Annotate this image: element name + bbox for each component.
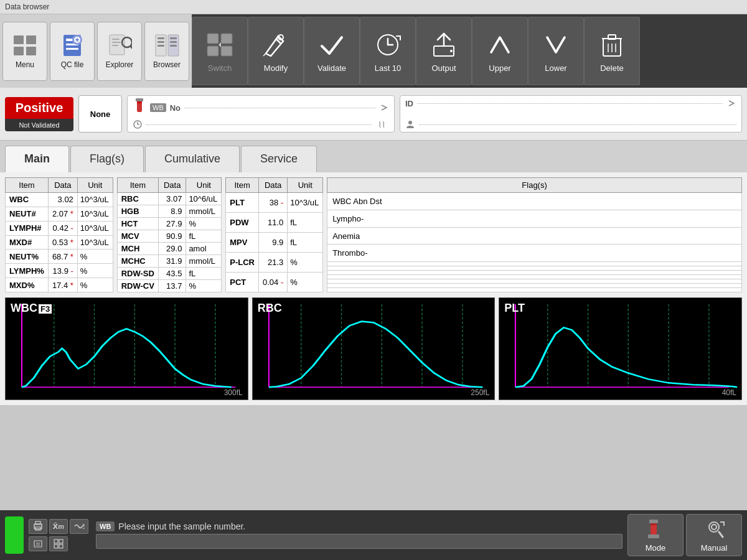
tab-cumulative[interactable]: Cumulative	[145, 146, 240, 172]
list-item	[327, 287, 742, 292]
lower-button[interactable]: Lower	[528, 17, 584, 85]
charts-area: WBCF3 300fL RBC 250fL	[5, 297, 742, 400]
browser-button[interactable]: Browser	[144, 22, 189, 81]
table-row[interactable]: RBC 3.07 10^6/uL	[117, 193, 222, 205]
toolbar-left: Menu QC file	[0, 14, 192, 88]
svg-rect-21	[157, 45, 164, 47]
svg-point-53	[408, 121, 412, 124]
data-cell: 29.0	[158, 243, 186, 255]
table-row[interactable]: PDW 11.0 fL	[226, 213, 323, 233]
table-row[interactable]: MPV 9.9 fL	[226, 233, 323, 253]
wave-button[interactable]	[70, 519, 88, 534]
mode-button[interactable]: Mode	[627, 514, 684, 556]
data-cell: 8.9	[158, 205, 186, 218]
table-row[interactable]: MCH 29.0 amol	[117, 243, 222, 255]
tab-service[interactable]: Service	[241, 146, 317, 172]
table-row[interactable]: RDW-SD 43.5 fL	[117, 268, 222, 280]
modify-label: Modify	[264, 63, 288, 73]
delete-button[interactable]: Delete	[584, 17, 640, 85]
print-button[interactable]	[29, 519, 47, 534]
data-cell: 31.9	[158, 255, 186, 268]
table-row[interactable]: HCT 27.9 %	[117, 218, 222, 230]
table-row[interactable]: LYMPH# 0.42 - 10^3/uL	[6, 221, 113, 235]
unit-cell: 10^3/uL	[77, 193, 113, 207]
data-cell: 3.07	[158, 193, 186, 205]
svg-rect-90	[648, 534, 659, 538]
item-cell: HGB	[117, 205, 158, 218]
status-message-text: Please input the sample number.	[118, 521, 245, 531]
validate-icon	[317, 30, 347, 60]
flag-cell	[327, 266, 742, 271]
item-cell: PCT	[226, 273, 259, 292]
switch-icon	[205, 30, 235, 60]
item-cell: NEUT#	[6, 207, 49, 221]
t2-unit-header: Unit	[186, 178, 222, 193]
table-row[interactable]: MXD% 17.4 * %	[6, 278, 113, 292]
table-row[interactable]: HGB 8.9 mmol/L	[117, 205, 222, 218]
explorer-icon	[107, 33, 132, 58]
table-row[interactable]: WBC 3.02 10^3/uL	[6, 193, 113, 207]
sample-number-input[interactable]	[96, 534, 622, 549]
wbc-chart-unit: 300fL	[224, 388, 243, 397]
list-item	[327, 271, 742, 275]
print2-button[interactable]	[29, 536, 47, 551]
table-row[interactable]: MXD# 0.53 * 10^3/uL	[6, 235, 113, 250]
toolbar-right: Switch Modify Validate	[192, 14, 747, 88]
xm-button[interactable]: X̄m	[49, 519, 68, 534]
svg-text:⌇⌇: ⌇⌇	[378, 120, 385, 129]
table-row[interactable]: NEUT# 2.07 * 10^3/uL	[6, 207, 113, 221]
explorer-button[interactable]: Explorer	[97, 22, 142, 81]
validate-button[interactable]: Validate	[304, 17, 360, 85]
tube-icon	[133, 98, 146, 117]
mode-label: Mode	[646, 543, 666, 553]
patient-type[interactable]: None	[78, 95, 122, 133]
t1-item-header: Item	[6, 178, 49, 193]
list-item: Thrombo-	[327, 245, 742, 262]
svg-point-91	[709, 522, 719, 532]
xm-label: X̄m	[53, 523, 64, 531]
data-cell: 68.7 *	[48, 250, 77, 264]
svg-rect-16	[112, 42, 121, 43]
table-row[interactable]: RDW-CV 13.7 %	[117, 280, 222, 292]
switch-button[interactable]: Switch	[192, 17, 248, 85]
manual-label: Manual	[701, 543, 728, 553]
arrow-right2-icon	[726, 98, 736, 108]
tab-main[interactable]: Main	[5, 146, 69, 172]
table-row[interactable]: LYMPH% 13.9 - %	[6, 264, 113, 278]
table-row[interactable]: MCHC 31.9 mmol/L	[117, 255, 222, 268]
svg-rect-28	[207, 46, 218, 56]
data-cell: 11.0	[258, 213, 287, 233]
last10-icon	[373, 30, 403, 60]
data-cell: 0.04 -	[258, 273, 287, 292]
rbc-chart-title: RBC	[258, 302, 282, 315]
last10-label: Last 10	[375, 63, 402, 73]
qcfile-button[interactable]: QC file	[50, 22, 95, 81]
item-cell: RBC	[117, 193, 158, 205]
not-validated-badge: Not Validated	[5, 119, 73, 131]
data-cell: 38 -	[258, 193, 287, 213]
flag-cell: Lympho-	[327, 210, 742, 227]
output-button[interactable]: Output	[416, 17, 472, 85]
modify-button[interactable]: Modify	[248, 17, 304, 85]
svg-rect-80	[34, 541, 42, 547]
last10-button[interactable]: Last 10	[360, 17, 416, 85]
table-row[interactable]: PLT 38 - 10^3/uL	[226, 193, 323, 213]
upper-label: Upper	[489, 63, 510, 73]
manual-button[interactable]: Manual	[686, 514, 742, 556]
grid-button[interactable]	[49, 536, 68, 551]
qcfile-icon	[60, 33, 85, 58]
upper-button[interactable]: Upper	[472, 17, 528, 85]
patient-bar: Positive Not Validated None WB No	[0, 88, 747, 141]
table-row[interactable]: PCT 0.04 - %	[226, 273, 323, 292]
svg-rect-2	[14, 47, 24, 55]
tab-flags[interactable]: Flag(s)	[70, 146, 144, 172]
data-cell: 43.5	[158, 268, 186, 280]
item-cell: P-LCR	[226, 253, 259, 273]
svg-rect-25	[170, 45, 177, 47]
wb-badge: WB	[150, 103, 166, 112]
table-row[interactable]: MCV 90.9 fL	[117, 230, 222, 243]
table-row[interactable]: NEUT% 68.7 * %	[6, 250, 113, 264]
table-row[interactable]: P-LCR 21.3 %	[226, 253, 323, 273]
id-dotted-line	[417, 103, 723, 104]
menu-button[interactable]: Menu	[2, 22, 47, 81]
